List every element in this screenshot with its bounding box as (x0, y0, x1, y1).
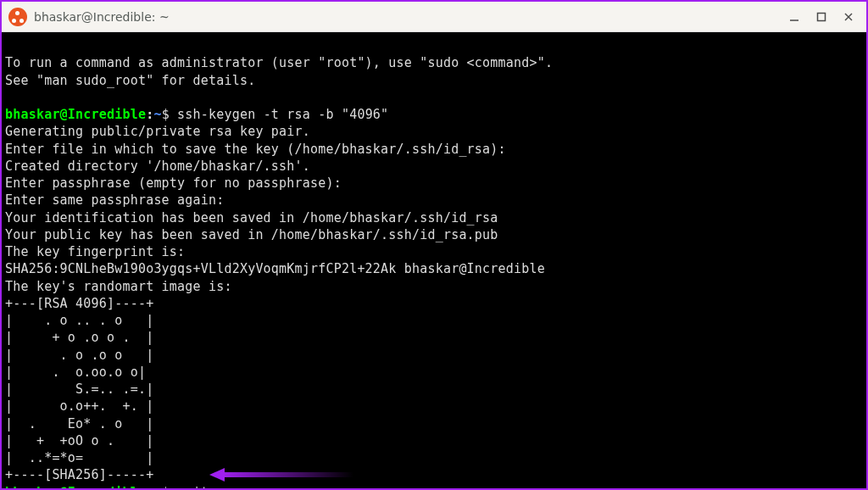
prompt-symbol: $ (162, 107, 170, 122)
randomart-line: | . o.oo.o o| (5, 365, 146, 380)
randomart-line: | + +oO o . | (5, 433, 153, 448)
prompt-line-current: bhaskar@Incredible:~$ exit (5, 485, 216, 489)
output-line: Your identification has been saved in /h… (5, 210, 498, 226)
output-line: Your public key has been saved in /home/… (5, 227, 498, 242)
typed-command[interactable]: exit (177, 485, 209, 489)
prompt-line: bhaskar@Incredible:~$ ssh-keygen -t rsa … (5, 107, 388, 122)
terminal-body[interactable]: To run a command as administrator (user … (2, 32, 866, 488)
prompt-userhost: bhaskar@Incredible (5, 107, 146, 122)
randomart-line: | o.o++. +. | (5, 398, 153, 414)
output-line: Created directory '/home/bhaskar/.ssh'. (5, 159, 310, 174)
output-line: Enter same passphrase again: (5, 192, 224, 208)
close-button[interactable] (843, 11, 854, 23)
motd-line: To run a command as administrator (user … (5, 55, 553, 70)
randomart-line: | S.=.. .=.| (5, 381, 153, 397)
prompt-path: ~ (153, 107, 161, 122)
prompt-sep: : (146, 107, 153, 122)
randomart-line: +---[RSA 4096]----+ (5, 296, 153, 311)
maximize-icon (816, 12, 826, 22)
output-line: The key fingerprint is: (5, 244, 185, 259)
maximize-button[interactable] (815, 11, 827, 23)
svg-rect-1 (818, 13, 826, 20)
randomart-line: | ..*=*o= | (5, 450, 153, 465)
prompt-sep: : (146, 485, 153, 489)
terminal-content: To run a command as administrator (user … (5, 37, 863, 488)
randomart-line: | . o .. . o | (5, 313, 153, 328)
output-line: Enter file in which to save the key (/ho… (5, 142, 506, 157)
output-line: Enter passphrase (empty for no passphras… (5, 175, 342, 191)
randomart-line: +----[SHA256]-----+ (5, 467, 153, 482)
randomart-line: | . Eo* . o | (5, 416, 153, 432)
prompt-symbol: $ (162, 485, 170, 489)
output-line: Generating public/private rsa key pair. (5, 124, 310, 139)
motd-line: See "man sudo_root" for details. (5, 73, 255, 88)
minimize-button[interactable] (788, 11, 800, 23)
randomart-line: | + o .o o . | (5, 330, 153, 345)
window-title: bhaskar@Incredible: ~ (34, 10, 782, 24)
output-line: SHA256:9CNLheBw190o3ygqs+VLld2XyVoqmKmjr… (5, 261, 545, 276)
window-controls (788, 11, 860, 23)
minimize-icon (789, 12, 799, 22)
terminal-window: bhaskar@Incredible: ~ To run a command a… (0, 0, 868, 490)
prompt-userhost: bhaskar@Incredible (5, 485, 146, 489)
randomart-line: | . o .o o | (5, 348, 153, 363)
output-line: The key's randomart image is: (5, 279, 232, 294)
close-icon (843, 12, 854, 22)
prompt-path: ~ (153, 485, 161, 489)
titlebar[interactable]: bhaskar@Incredible: ~ (2, 2, 866, 32)
command-text: ssh-keygen -t rsa -b "4096" (177, 107, 388, 122)
ubuntu-icon (8, 8, 27, 26)
